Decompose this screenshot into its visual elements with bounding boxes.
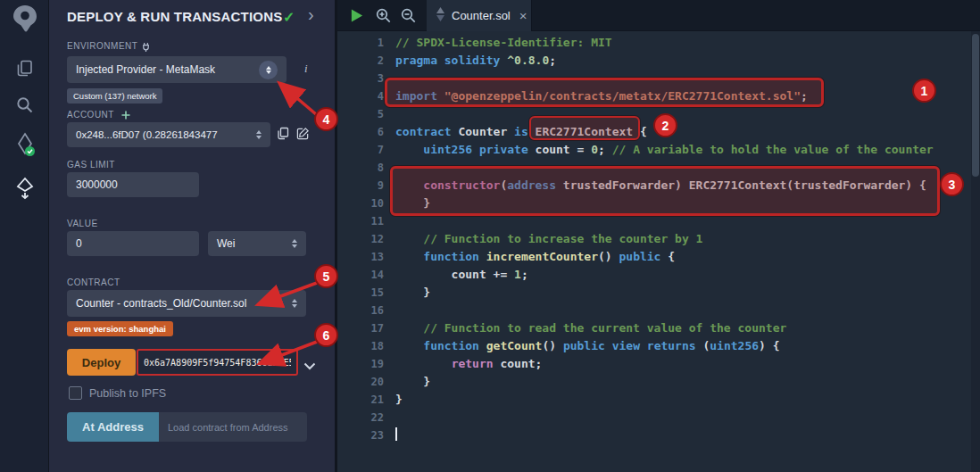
tab-label: Counter.sol xyxy=(452,9,511,22)
value-unit: Wei xyxy=(217,237,235,250)
chevron-down-icon[interactable] xyxy=(303,358,316,374)
line-number: 22 xyxy=(337,409,384,426)
value-label: VALUE xyxy=(67,219,98,228)
environment-label: ENVIRONMENT xyxy=(67,41,137,51)
line-number: 6 xyxy=(337,123,384,141)
code-line[interactable]: 2pragma solidity ^0.8.0; xyxy=(337,52,980,70)
search-icon[interactable] xyxy=(0,95,49,114)
code-line[interactable]: 18 function getCount() public view retur… xyxy=(337,337,980,355)
line-number: 1 xyxy=(337,34,384,52)
code-line[interactable]: 11 xyxy=(337,212,980,230)
line-number: 3 xyxy=(337,70,384,87)
account-select[interactable]: 0x248...6fD07 (0.28261843477 xyxy=(67,122,270,147)
line-number: 9 xyxy=(337,177,384,195)
constructor-arg-input[interactable] xyxy=(137,349,298,376)
code-line[interactable]: 7 uint256 private count = 0; // A variab… xyxy=(337,141,980,159)
line-number: 16 xyxy=(337,302,384,319)
code-line[interactable]: 15 } xyxy=(337,284,980,302)
deploy-and-run-icon[interactable] xyxy=(0,177,49,200)
stepper-icon xyxy=(256,130,262,139)
code-line[interactable]: 20 } xyxy=(337,373,980,391)
code-line[interactable]: 23 xyxy=(337,426,980,444)
code-line[interactable]: 14 count += 1; xyxy=(337,266,980,284)
annotation-badge-5: 5 xyxy=(314,264,338,288)
line-number: 10 xyxy=(337,195,384,212)
publish-ipfs-label: Publish to IPFS xyxy=(89,387,166,400)
line-number: 4 xyxy=(337,87,384,105)
evm-version-badge: evm version: shanghai xyxy=(67,321,173,336)
line-number: 5 xyxy=(337,105,384,123)
edit-account-icon[interactable] xyxy=(296,127,310,144)
editor-tabbar: Counter.sol × xyxy=(337,0,980,31)
at-address-button[interactable]: At Address xyxy=(67,412,159,442)
editor-area: Counter.sol × 1// SPDX-License-Identifie… xyxy=(335,0,980,472)
code-line[interactable]: 8 xyxy=(337,159,980,177)
annotation-badge-4: 4 xyxy=(314,107,338,131)
code-line[interactable]: 19 return count; xyxy=(337,355,980,373)
code-line[interactable]: 1// SPDX-License-Identifier: MIT xyxy=(337,34,980,52)
close-tab-icon[interactable]: × xyxy=(519,8,527,23)
copy-account-icon[interactable] xyxy=(277,127,289,144)
annotation-badge-3: 3 xyxy=(940,172,964,196)
annotation-badge-2: 2 xyxy=(653,113,677,137)
stepper-icon xyxy=(292,299,297,308)
line-number: 17 xyxy=(337,319,384,337)
code-line[interactable]: 12 // Function to increase the counter b… xyxy=(337,230,980,248)
code-line[interactable]: 21} xyxy=(337,391,980,409)
line-number: 8 xyxy=(337,159,384,177)
environment-value: Injected Provider - MetaMask xyxy=(76,63,215,76)
line-number: 18 xyxy=(337,337,384,355)
line-number: 13 xyxy=(337,248,384,266)
line-number: 21 xyxy=(337,391,384,409)
code-line[interactable]: 13 function incrementCounter() public { xyxy=(337,248,980,266)
code-lines: 1// SPDX-License-Identifier: MIT2pragma … xyxy=(337,34,980,444)
code-line[interactable]: 16 xyxy=(337,302,980,319)
stepper-icon xyxy=(292,239,297,248)
file-explorer-icon[interactable] xyxy=(0,59,49,78)
solidity-file-icon xyxy=(436,7,445,25)
deploy-button[interactable]: Deploy xyxy=(67,349,136,376)
code-line[interactable]: 3 xyxy=(337,70,980,87)
text-cursor xyxy=(395,427,397,441)
run-script-icon[interactable] xyxy=(350,8,364,27)
line-number: 15 xyxy=(337,284,384,302)
line-number: 14 xyxy=(337,266,384,284)
tab-counter-sol[interactable]: Counter.sol × xyxy=(427,0,532,31)
line-number: 20 xyxy=(337,373,384,391)
code-line[interactable]: 4import "@openzeppelin/contracts/metatx/… xyxy=(337,87,980,105)
environment-select[interactable]: Injected Provider - MetaMask xyxy=(67,56,287,83)
at-address-input[interactable] xyxy=(159,412,307,442)
gas-limit-label: GAS LIMIT xyxy=(67,160,115,170)
code-line[interactable]: 9 constructor(address trustedForwarder) … xyxy=(337,177,980,195)
solidity-compiler-icon[interactable] xyxy=(0,132,49,157)
line-number: 19 xyxy=(337,355,384,373)
contract-label: CONTRACT xyxy=(67,277,120,287)
editor-scrollbar[interactable] xyxy=(971,31,980,472)
code-line[interactable]: 17 // Function to read the current value… xyxy=(337,319,980,337)
activity-bar xyxy=(0,0,49,472)
check-icon: ✓ xyxy=(283,9,295,26)
contract-select[interactable]: Counter - contracts_Old/Counter.sol xyxy=(67,290,306,317)
plug-icon xyxy=(141,40,151,56)
info-icon[interactable]: i xyxy=(304,62,308,76)
code-line[interactable]: 10 } xyxy=(337,195,980,212)
value-unit-select[interactable]: Wei xyxy=(208,231,306,256)
gas-limit-input[interactable] xyxy=(67,172,199,197)
publish-ipfs-checkbox[interactable] xyxy=(69,386,82,400)
code-line[interactable]: 22 xyxy=(337,409,980,426)
panel-title: DEPLOY & RUN TRANSACTIONS xyxy=(67,9,282,24)
contract-value: Counter - contracts_Old/Counter.sol xyxy=(76,297,246,310)
code-editor[interactable]: 1// SPDX-License-Identifier: MIT2pragma … xyxy=(337,31,980,472)
line-number: 23 xyxy=(337,426,384,444)
value-input[interactable] xyxy=(67,231,199,256)
account-label: ACCOUNT xyxy=(67,110,114,120)
line-number: 7 xyxy=(337,141,384,159)
zoom-out-icon[interactable] xyxy=(400,7,417,28)
line-number: 12 xyxy=(337,230,384,248)
remix-ide-window: DEPLOY & RUN TRANSACTIONS ✓ › ENVIRONMEN… xyxy=(0,0,980,472)
chevron-right-icon[interactable]: › xyxy=(308,4,314,25)
scrollbar-thumb[interactable] xyxy=(972,34,979,177)
zoom-in-icon[interactable] xyxy=(375,7,392,28)
account-value: 0x248...6fD07 (0.28261843477 xyxy=(76,129,218,140)
provider-stepper-icon[interactable] xyxy=(259,61,278,79)
